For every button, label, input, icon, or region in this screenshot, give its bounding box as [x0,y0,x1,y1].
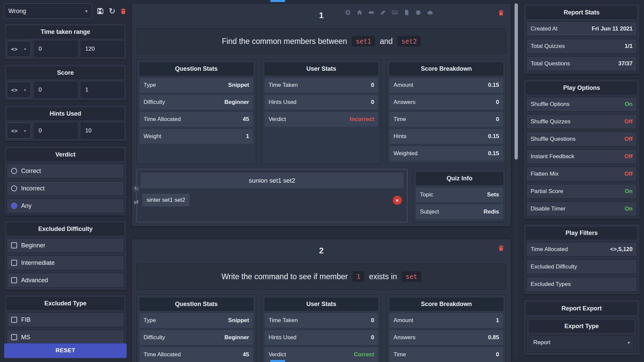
range-min-input[interactable] [34,123,77,139]
trash-icon[interactable] [120,8,126,14]
excluded-difficulty-intermediate[interactable]: Intermediate [7,255,124,270]
chevron-down-icon: ▾ [85,8,88,14]
filter-title: Verdict [7,148,124,161]
export-type-group: Export Type Report ▾ [526,317,637,353]
filter-score: Score <> ▾ [4,64,127,101]
checkbox-icon [11,317,17,323]
question-toolbar [344,9,433,15]
range-min-input[interactable] [34,41,77,57]
quiz-info-panel: Quiz Info TopicSets SubjectRedis [413,169,506,222]
checkbox-icon [11,277,17,283]
question-header: 1 [137,8,506,23]
correct-answer: sunion set1 set2 [140,173,404,189]
stat-row: Time Allocated45 [140,112,253,127]
github-icon[interactable] [415,9,421,15]
code-chip: set1 [352,36,375,47]
play-filter-row: Excluded Difficulty [526,259,637,274]
question-stats-row: Question Stats TypeSnippet DifficultyBeg… [137,59,506,164]
radio-icon [11,185,17,191]
report-sidebar: Report Stats Created AtFri Jun 11 2021 T… [523,3,640,359]
filters-sidebar: Wrong ▾ ↻ Time taken range <> ▾ [4,3,127,359]
refresh-icon[interactable]: ↻ [109,7,115,15]
verdict-value: Correct [354,351,374,358]
keyboard-icon[interactable] [391,9,398,15]
stat-row: Amount1 [389,313,503,328]
stat-row: Weight1 [140,129,253,144]
range-min-input[interactable] [34,82,77,98]
report-stat-row: Total Quizzes1/1 [526,39,637,54]
verdict-option-correct[interactable]: Correct [7,164,124,178]
score-breakdown-panel: Score Breakdown Amount0.15 Answers0 Time… [386,59,506,164]
question-number: 2 [319,246,323,255]
gamepad-icon[interactable] [368,9,374,15]
play-filters-card: Play Filters Time Allocated<>,5,120 Excl… [523,224,640,295]
export-type-select[interactable]: Report ▾ [529,335,634,350]
stat-row: Time0 [389,112,503,127]
scrollbar-thumb[interactable] [515,3,518,160]
settings-icon[interactable] [344,9,351,15]
question-stats-panel: Question Stats TypeSnippet DifficultyBeg… [137,295,256,362]
report-stat-row: Created AtFri Jun 11 2021 [526,21,637,36]
file-icon[interactable] [403,9,410,15]
user-answer-row: sinter set1 set2 × [140,192,404,208]
question-card-2: 2 Write the command to see if member 1 e… [131,239,511,362]
excluded-type-fib[interactable]: FIB [7,312,124,327]
play-option-row: Shuffle QuestionsOff [526,132,637,146]
stat-row: Hints Used0 [265,95,378,110]
stat-row: DifficultyBeginner [140,95,253,110]
operator-select[interactable]: <> ▾ [7,82,31,98]
preset-select[interactable]: Wrong ▾ [4,3,92,19]
checkbox-icon [11,242,17,248]
range-max-input[interactable] [81,123,124,139]
chevron-down-icon: ▾ [24,128,26,133]
stat-row: Answers0.85 [389,330,503,345]
stat-row: Time Allocated45 [140,347,253,362]
play-option-row: Flatten MixOff [526,167,637,181]
operator-select[interactable]: <> ▾ [7,41,31,57]
incorrect-mark-icon: × [393,196,402,205]
delete-question-icon[interactable] [498,10,504,16]
panel-title: Score Breakdown [389,62,503,75]
excluded-type-ms[interactable]: MS [7,330,124,345]
code-chip: 1 [353,271,364,282]
stat-row: SubjectRedis [416,204,503,219]
user-stats-panel: User Stats Time Taken0 Hints Used0 Verdi… [262,59,381,164]
checkbox-icon [11,334,17,340]
edit-icon[interactable] [380,9,386,15]
verdict-option-any[interactable]: Any [7,198,124,213]
stat-row: Time Taken0 [265,313,378,328]
home-icon[interactable] [356,9,363,15]
operator-select[interactable]: <> ▾ [7,123,31,139]
answers-box: ↻ ⇄ sunion set1 set2 sinter set1 set2 × [137,169,408,222]
stat-row: Time0 [389,347,503,362]
excluded-difficulty-advanced[interactable]: Advanced [7,273,124,288]
section-title: Report Stats [526,6,637,19]
scroll-indicator-bottom [270,360,285,362]
swap-icon[interactable]: ⇄ [132,198,140,206]
question-card-1: 1 [131,3,511,227]
range-max-input[interactable] [81,82,124,98]
delete-question-icon[interactable] [498,245,504,251]
questions-scrollbar[interactable] [515,3,518,359]
stat-row: TopicSets [416,187,503,202]
preset-row: Wrong ▾ ↻ [4,3,127,19]
question-prompt: Find the common members between set1 and… [137,28,506,54]
chevron-down-icon: ▾ [24,46,26,52]
preset-select-value: Wrong [8,8,26,15]
stat-row: Hints0.15 [389,129,503,144]
answer-gutter: ↻ ⇄ [132,185,140,206]
chevron-down-icon: ▾ [24,87,26,93]
stat-row: Amount0.15 [389,78,503,93]
filter-title: Time taken range [7,26,124,38]
panel-title: Score Breakdown [389,298,503,311]
play-option-row: Disable TimerOn [526,201,637,216]
cloud-upload-icon[interactable] [427,9,433,15]
verdict-option-incorrect[interactable]: Incorrect [7,181,124,196]
range-max-input[interactable] [81,41,124,57]
reset-button[interactable]: RESET [4,343,127,358]
excluded-difficulty-beginner[interactable]: Beginner [7,238,124,253]
stat-row: Time Taken0 [265,78,378,93]
save-icon[interactable] [97,7,104,15]
filter-hints-used: Hints Used <> ▾ [4,105,127,141]
history-icon[interactable]: ↻ [132,185,140,193]
